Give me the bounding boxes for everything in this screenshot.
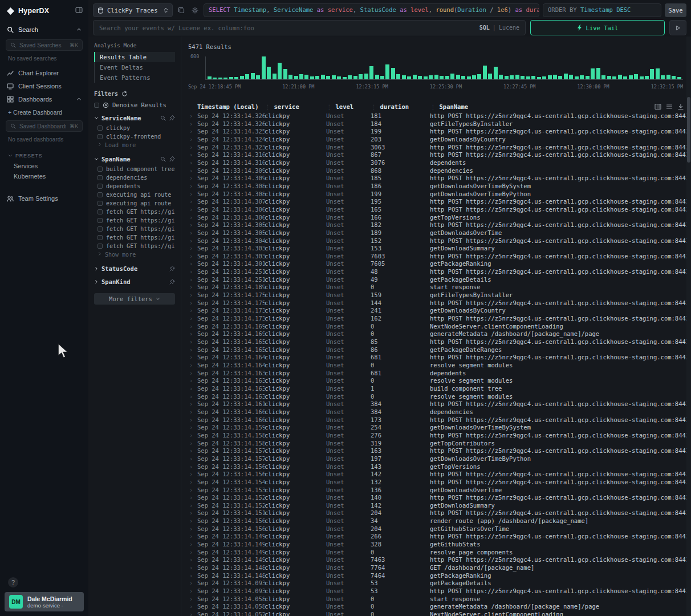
checkbox[interactable]: [97, 175, 103, 180]
pin-icon[interactable]: [169, 266, 175, 271]
row-expand-icon[interactable]: ›: [188, 237, 197, 245]
chart-bar[interactable]: [283, 69, 287, 79]
table-row[interactable]: › Sep 24 12:33:14.310 PM clickpy Unset 8…: [188, 151, 686, 159]
columns-icon[interactable]: [655, 103, 661, 110]
chart-bar[interactable]: [569, 75, 573, 79]
chart-bar[interactable]: [359, 74, 363, 79]
table-row[interactable]: › Sep 24 12:33:14.148 PM clickpy Unset 7…: [188, 572, 686, 580]
table-row[interactable]: › Sep 24 12:33:14.169 PM clickpy Unset 0…: [188, 323, 686, 331]
chart-bar[interactable]: [310, 76, 314, 79]
chart-bar[interactable]: [375, 75, 379, 79]
chart-bar[interactable]: [623, 76, 627, 79]
chart-bar[interactable]: [267, 67, 271, 79]
row-expand-icon[interactable]: ›: [188, 455, 197, 463]
chart-bar[interactable]: [380, 76, 384, 79]
table-row[interactable]: › Sep 24 12:33:14.304 PM clickpy Unset 1…: [188, 237, 686, 245]
chart-bar[interactable]: [369, 66, 373, 79]
saved-dashboards-input[interactable]: Saved Dashboards ⌘K: [6, 120, 83, 132]
chart-bar[interactable]: [483, 66, 487, 79]
table-row[interactable]: › Sep 24 12:33:14.164 PM clickpy Unset 6…: [188, 354, 686, 362]
chart-bar[interactable]: [472, 75, 476, 79]
table-row[interactable]: › Sep 24 12:33:14.158 PM clickpy Unset 3…: [188, 440, 686, 448]
row-expand-icon[interactable]: ›: [188, 362, 197, 370]
chart-bar[interactable]: [407, 76, 411, 79]
filter-checkbox-item[interactable]: fetch GET https://githu…: [94, 233, 175, 242]
analysis-mode-option[interactable]: Results Table: [94, 52, 175, 62]
row-expand-icon[interactable]: ›: [188, 487, 197, 495]
row-expand-icon[interactable]: ›: [188, 253, 197, 261]
chart-bar[interactable]: [385, 64, 389, 79]
chart-bar[interactable]: [251, 73, 255, 79]
chart-bar[interactable]: [332, 75, 336, 79]
table-row[interactable]: › Sep 24 12:33:14.156 PM clickpy Unset 1…: [188, 463, 686, 471]
row-expand-icon[interactable]: ›: [188, 191, 197, 198]
row-expand-icon[interactable]: ›: [188, 447, 197, 455]
chart-bar[interactable]: [580, 75, 584, 79]
row-expand-icon[interactable]: ›: [188, 307, 197, 315]
chart-bar[interactable]: [499, 75, 503, 79]
checkbox[interactable]: [97, 218, 103, 223]
chart-bar[interactable]: [429, 75, 433, 79]
checkbox[interactable]: [97, 167, 103, 172]
table-row[interactable]: › Sep 24 12:33:14.165 PM clickpy Unset 8…: [188, 338, 686, 346]
chart-bar[interactable]: [343, 77, 347, 79]
filter-group-header[interactable]: StatusCode: [94, 265, 175, 272]
row-expand-icon[interactable]: ›: [188, 424, 197, 432]
filter-checkbox-item[interactable]: clickpy-frontend: [94, 132, 175, 141]
table-row[interactable]: › Sep 24 12:33:14.173 PM clickpy Unset 1…: [188, 315, 686, 323]
save-button[interactable]: Save: [665, 3, 686, 17]
row-expand-icon[interactable]: ›: [188, 128, 197, 136]
table-row[interactable]: › Sep 24 12:33:14.251 PM clickpy Unset 4…: [188, 268, 686, 276]
chart-bar[interactable]: [353, 76, 357, 79]
row-expand-icon[interactable]: ›: [188, 400, 197, 408]
checkbox[interactable]: [97, 201, 103, 206]
table-row[interactable]: › Sep 24 12:33:14.157 PM clickpy Unset 1…: [188, 455, 686, 463]
table-row[interactable]: › Sep 24 12:33:14.309 PM clickpy Unset 1…: [188, 175, 686, 183]
filter-checkbox-item[interactable]: fetch GET https://githu…: [94, 216, 175, 225]
table-row[interactable]: › Sep 24 12:33:14.324 PM clickpy Unset 2…: [188, 136, 686, 144]
filter-group-header[interactable]: SpanKind: [94, 278, 175, 285]
row-expand-icon[interactable]: ›: [188, 120, 197, 128]
chart-bar[interactable]: [229, 77, 233, 79]
column-header-timestamp[interactable]: Timestamp (Local): [197, 103, 265, 110]
chart-bar[interactable]: [348, 75, 352, 79]
row-expand-icon[interactable]: ›: [188, 579, 197, 587]
row-expand-icon[interactable]: ›: [188, 260, 197, 268]
chart-bar[interactable]: [262, 56, 266, 79]
filter-checkbox-item[interactable]: clickpy: [94, 124, 175, 132]
download-icon[interactable]: [677, 103, 684, 110]
chart-bar[interactable]: [666, 75, 670, 79]
chart-bar[interactable]: [391, 68, 395, 79]
row-expand-icon[interactable]: ›: [188, 136, 197, 144]
row-expand-icon[interactable]: ›: [188, 611, 197, 616]
checkbox[interactable]: [97, 235, 103, 240]
table-row[interactable]: › Sep 24 12:33:14.308 PM clickpy Unset 1…: [188, 183, 686, 191]
table-row[interactable]: › Sep 24 12:33:14.163 PM clickpy Unset 0…: [188, 393, 686, 401]
search-icon[interactable]: [160, 115, 166, 121]
filter-checkbox-item[interactable]: fetch GET https://githu…: [94, 242, 175, 250]
row-expand-icon[interactable]: ›: [188, 471, 197, 479]
table-row[interactable]: › Sep 24 12:33:14.158 PM clickpy Unset 2…: [188, 432, 686, 440]
chart-bar[interactable]: [294, 76, 298, 79]
chart-bar[interactable]: [418, 76, 422, 79]
chart-bar[interactable]: [661, 75, 665, 79]
table-row[interactable]: › Sep 24 12:33:14.152 PM clickpy Unset 1…: [188, 502, 686, 510]
chart-bar[interactable]: [424, 76, 428, 79]
row-expand-icon[interactable]: ›: [188, 221, 197, 229]
row-expand-icon[interactable]: ›: [188, 494, 197, 502]
filter-checkbox-item[interactable]: executing api route (ap…: [94, 199, 175, 208]
help-button[interactable]: ?: [8, 577, 18, 587]
table-row[interactable]: › Sep 24 12:33:14.159 PM clickpy Unset 2…: [188, 424, 686, 432]
row-expand-icon[interactable]: ›: [188, 291, 197, 299]
chart-bar[interactable]: [234, 77, 238, 79]
table-row[interactable]: › Sep 24 12:33:14.251 PM clickpy Unset 4…: [188, 276, 686, 284]
row-expand-icon[interactable]: ›: [188, 440, 197, 448]
sql-select-editor[interactable]: SELECT Timestamp, ServiceName as service…: [204, 3, 539, 17]
row-expand-icon[interactable]: ›: [188, 479, 197, 487]
table-row[interactable]: › Sep 24 12:33:14.160 PM clickpy Unset 3…: [188, 408, 686, 416]
table-row[interactable]: › Sep 24 12:33:14.058 PM clickpy Unset 0…: [188, 603, 686, 611]
filter-load-more[interactable]: Load more: [94, 141, 175, 149]
chart-bar[interactable]: [413, 75, 417, 79]
chart-bar[interactable]: [586, 76, 590, 79]
table-row[interactable]: › Sep 24 12:33:14.151 PM clickpy Unset 2…: [188, 509, 686, 517]
